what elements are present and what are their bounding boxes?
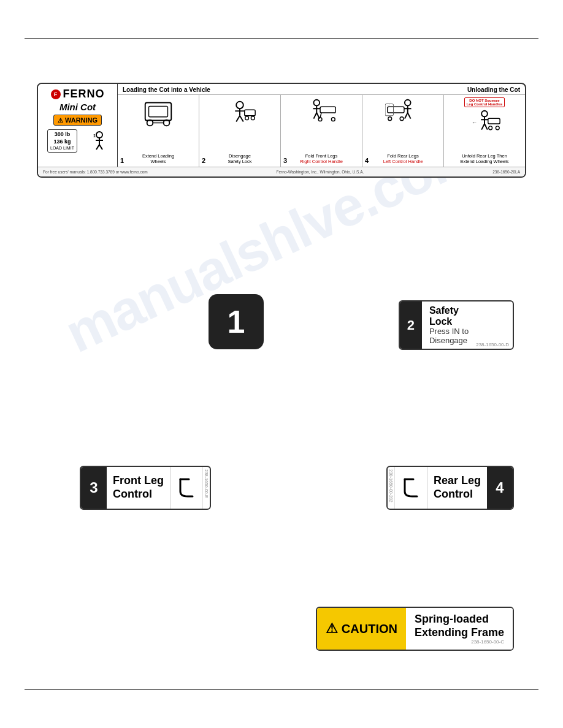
step5-label: Unfold Rear Leg ThenExtend Loading Wheel… (460, 152, 508, 164)
warning-text: WARNING (65, 116, 98, 124)
safety-lock-title: Safety Lock (429, 305, 469, 327)
caution-yellow-section: ⚠ CAUTION (317, 608, 406, 650)
rear-leg-label: 238-1650-00-282 Rear Leg Control 4 (386, 466, 514, 510)
load-limit-box: 300 lb 136 kg LOAD LIMIT (47, 129, 77, 153)
front-leg-number: 3 (81, 467, 107, 509)
svg-rect-16 (245, 110, 255, 116)
ferno-brand: F FERNO Mini Cot ⚠ WARNING 300 lb 136 kg… (38, 84, 118, 167)
bottom-rule (25, 689, 538, 690)
svg-point-17 (245, 116, 249, 120)
step1-icon (140, 97, 176, 128)
step1-number: 1 (120, 157, 124, 164)
top-rule (25, 38, 538, 39)
svg-point-18 (251, 116, 255, 120)
caution-label: ⚠ CAUTION Spring-loaded Extending Frame … (316, 607, 514, 651)
svg-point-46 (489, 126, 492, 130)
safety-lock-text: Safety Lock Press IN toDisengage (422, 301, 476, 349)
step1-badge-number: 1 (228, 303, 245, 340)
svg-line-15 (240, 116, 243, 122)
svg-line-42 (481, 124, 484, 130)
safety-lock-number: 2 (400, 301, 422, 349)
svg-line-14 (236, 116, 240, 122)
load-limit-text: LOAD LIMIT (50, 145, 74, 151)
ferno-bottom-icons: 300 lb 136 kg LOAD LIMIT 1 (40, 129, 115, 153)
rear-leg-title: Rear Leg Control (434, 474, 481, 501)
load-weight-1: 300 lb (50, 131, 74, 138)
svg-text:→: → (386, 102, 391, 107)
step2-label: DisengageSafety Lock (228, 152, 251, 164)
do-not-box: DO NOT SqueezeLeg Control Handles (464, 97, 505, 107)
caution-title: Spring-loaded Extending Frame (415, 613, 504, 639)
svg-text:←: ← (472, 119, 478, 126)
ferno-brand-name: FERNO (63, 88, 105, 100)
rear-leg-icon (400, 477, 422, 499)
footer-left: For free users' manuals: 1.800.733.3789 … (43, 170, 148, 174)
ferno-step-3: → 3 Fold Front LegsRight Control Handle (281, 95, 362, 167)
svg-point-0 (96, 132, 102, 138)
svg-line-3 (96, 145, 99, 150)
svg-line-32 (405, 113, 408, 119)
svg-text:→: → (331, 109, 337, 116)
svg-point-26 (318, 118, 322, 121)
step3-icon: → (304, 97, 339, 128)
ferno-step-5: DO NOT SqueezeLeg Control Handles ← (444, 95, 525, 167)
one-man-icon: 1 (91, 131, 108, 151)
rear-leg-number: 4 (487, 467, 513, 509)
safety-lock-code: 238-1650-00-D (476, 341, 513, 349)
rear-leg-icon (395, 467, 427, 509)
footer-mid: Ferno-Washington, Inc., Wilmington, Ohio… (277, 170, 364, 174)
svg-point-19 (313, 100, 320, 106)
ferno-steps-grid: 1 Extend LoadingWheels (118, 94, 525, 167)
rear-leg-code: 238-1650-00-282 (388, 467, 395, 509)
front-leg-icon (170, 467, 202, 509)
ferno-instruction-label: F FERNO Mini Cot ⚠ WARNING 300 lb 136 kg… (37, 83, 526, 178)
svg-text:1: 1 (93, 134, 96, 138)
svg-point-27 (331, 118, 335, 121)
step4-number: 4 (365, 157, 369, 164)
ferno-step-2: 2 DisengageSafety Lock (199, 95, 281, 167)
svg-line-25 (320, 113, 321, 118)
svg-rect-34 (388, 107, 404, 113)
step2-number: 2 (202, 157, 205, 164)
svg-line-33 (408, 113, 411, 119)
svg-point-29 (405, 100, 411, 106)
caution-code: 238-1650-00-C (415, 639, 504, 645)
svg-line-43 (484, 124, 488, 130)
svg-point-36 (400, 117, 404, 121)
front-leg-text: Front Leg Control (107, 467, 170, 509)
svg-point-39 (481, 111, 488, 117)
step3-number: 3 (283, 157, 287, 164)
step2-icon (222, 97, 258, 128)
ferno-step-4: → 4 Fold Rear LegsLeft Control Handle (362, 95, 444, 167)
caution-text: CAUTION (342, 622, 397, 636)
loading-header: Loading the Cot into a Vehicle (123, 86, 210, 93)
ferno-logo-circle: F (51, 89, 61, 99)
step5-icon: ← (467, 108, 502, 139)
svg-line-4 (99, 145, 102, 150)
step3-label: Fold Front LegsRight Control Handle (300, 152, 343, 164)
caution-text-block: Spring-loaded Extending Frame 238-1650-0… (406, 608, 513, 650)
unloading-header: Unloading the Cot (467, 86, 520, 93)
svg-line-22 (313, 113, 316, 119)
safety-lock-label: 2 Safety Lock Press IN toDisengage 238-1… (399, 300, 514, 350)
front-leg-title: Front Leg Control (113, 474, 164, 501)
ferno-step-1: 1 Extend LoadingWheels (118, 95, 199, 167)
ferno-model: Mini Cot (59, 102, 96, 112)
svg-point-11 (236, 102, 243, 109)
svg-rect-7 (149, 106, 168, 116)
step4-icon: → (385, 97, 421, 128)
ferno-footer: For free users' manuals: 1.800.733.3789 … (38, 167, 525, 176)
footer-right: 238-1650-20LA (492, 170, 520, 174)
front-leg-label: 3 Front Leg Control 238-1650-00-E (80, 466, 211, 510)
caution-triangle-icon: ⚠ (326, 621, 338, 637)
svg-rect-45 (488, 118, 500, 124)
ferno-steps: Loading the Cot into a Vehicle Unloading… (118, 84, 525, 167)
safety-lock-instruction: Press IN toDisengage (429, 327, 469, 345)
svg-point-35 (388, 117, 392, 121)
load-weight-2: 136 kg (50, 138, 74, 146)
step4-label: Fold Rear LegsLeft Control Handle (383, 152, 423, 164)
front-leg-code: 238-1650-00-E (202, 467, 210, 509)
ferno-steps-header: Loading the Cot into a Vehicle Unloading… (118, 84, 525, 94)
step1-label: Extend LoadingWheels (142, 152, 174, 164)
step1-large-badge: 1 (209, 294, 264, 349)
